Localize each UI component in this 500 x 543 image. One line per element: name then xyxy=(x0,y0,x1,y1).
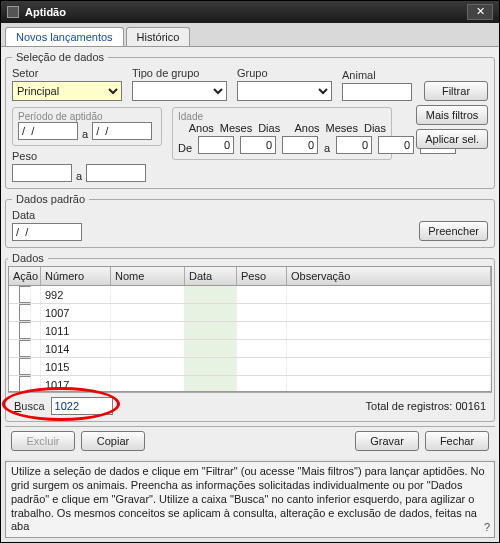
cell-data[interactable] xyxy=(185,340,237,357)
row-checkbox[interactable] xyxy=(19,340,31,357)
peso-de-input[interactable] xyxy=(12,164,72,182)
tab-novos-lancamentos[interactable]: Novos lançamentos xyxy=(5,27,124,46)
col-peso[interactable]: Peso xyxy=(237,267,287,285)
cell-obs[interactable] xyxy=(287,322,491,339)
busca-input[interactable] xyxy=(51,397,113,415)
fechar-button[interactable]: Fechar xyxy=(425,431,489,451)
cell-peso[interactable] xyxy=(237,376,287,392)
selecao-dados-group: Seleção de dados Setor Principal Tipo de… xyxy=(5,51,495,189)
cell-obs[interactable] xyxy=(287,340,491,357)
cell-nome xyxy=(111,286,185,303)
col-nome[interactable]: Nome xyxy=(111,267,185,285)
table-row[interactable]: 1011 xyxy=(9,322,491,340)
gravar-button[interactable]: Gravar xyxy=(355,431,419,451)
row-checkbox[interactable] xyxy=(19,358,31,375)
cell-numero: 992 xyxy=(41,286,111,303)
row-checkbox[interactable] xyxy=(19,304,31,321)
peso-label: Peso xyxy=(12,150,146,162)
data-padrao-input[interactable] xyxy=(12,223,82,241)
selecao-legend: Seleção de dados xyxy=(12,51,108,63)
idade-de-dias[interactable] xyxy=(282,136,318,154)
cell-numero: 1007 xyxy=(41,304,111,321)
table-row[interactable]: 992 xyxy=(9,286,491,304)
cell-peso[interactable] xyxy=(237,340,287,357)
row-checkbox[interactable] xyxy=(19,376,31,392)
cell-numero: 1014 xyxy=(41,340,111,357)
cell-obs[interactable] xyxy=(287,358,491,375)
cell-peso[interactable] xyxy=(237,304,287,321)
periodo-legend: Período de aptidão xyxy=(18,111,156,122)
idade-de-anos[interactable] xyxy=(198,136,234,154)
cell-data[interactable] xyxy=(185,286,237,303)
tipogrupo-label: Tipo de grupo xyxy=(132,67,227,79)
cell-nome xyxy=(111,376,185,392)
periodo-de-input[interactable] xyxy=(18,122,78,140)
grid-body[interactable]: 9921007101110141015101710191022102310241… xyxy=(8,286,492,392)
total-registros: Total de registros: 00161 xyxy=(366,400,486,412)
idade-a-label: a xyxy=(324,142,330,154)
help-icon[interactable]: ? xyxy=(484,521,490,535)
animal-input[interactable] xyxy=(342,83,412,101)
idade-meses2-label: Meses xyxy=(326,122,358,134)
data-label: Data xyxy=(12,209,82,221)
idade-a-meses[interactable] xyxy=(378,136,414,154)
grupo-select[interactable] xyxy=(237,81,332,101)
peso-ate-input[interactable] xyxy=(86,164,146,182)
row-checkbox[interactable] xyxy=(19,322,31,339)
cell-obs[interactable] xyxy=(287,286,491,303)
row-checkbox[interactable] xyxy=(19,286,31,303)
cell-peso[interactable] xyxy=(237,358,287,375)
window-title: Aptidão xyxy=(25,6,66,18)
cell-peso[interactable] xyxy=(237,286,287,303)
help-content: Utilize a seleção de dados e clique em "… xyxy=(11,465,485,532)
help-text: Utilize a seleção de dados e clique em "… xyxy=(5,461,495,538)
idade-de-label: De xyxy=(178,142,192,154)
cell-nome xyxy=(111,322,185,339)
animal-label: Animal xyxy=(342,69,412,81)
cell-peso[interactable] xyxy=(237,322,287,339)
copiar-button[interactable]: Copiar xyxy=(81,431,145,451)
grupo-label: Grupo xyxy=(237,67,332,79)
setor-select[interactable]: Principal xyxy=(12,81,122,101)
cell-data[interactable] xyxy=(185,358,237,375)
idade-de-meses[interactable] xyxy=(240,136,276,154)
dados-grid-group: Dados Ação Número Nome Data Peso Observa… xyxy=(5,252,495,422)
col-numero[interactable]: Número xyxy=(41,267,111,285)
titlebar: Aptidão ✕ xyxy=(1,1,499,23)
idade-meses-label: Meses xyxy=(220,122,252,134)
close-icon[interactable]: ✕ xyxy=(467,4,493,20)
cell-obs[interactable] xyxy=(287,304,491,321)
excluir-button[interactable]: Excluir xyxy=(11,431,75,451)
table-row[interactable]: 1017 xyxy=(9,376,491,392)
setor-label: Setor xyxy=(12,67,122,79)
maisfiltros-button[interactable]: Mais filtros xyxy=(416,105,488,125)
content-pane: Seleção de dados Setor Principal Tipo de… xyxy=(1,47,499,459)
cell-numero: 1015 xyxy=(41,358,111,375)
tab-bar: Novos lançamentos Histórico xyxy=(1,23,499,47)
cell-obs[interactable] xyxy=(287,376,491,392)
periodo-ate-input[interactable] xyxy=(92,122,152,140)
col-data[interactable]: Data xyxy=(185,267,237,285)
idade-a-anos[interactable] xyxy=(336,136,372,154)
filtrar-button[interactable]: Filtrar xyxy=(424,81,488,101)
aplicarsel-button[interactable]: Aplicar sel. xyxy=(416,129,488,149)
table-row[interactable]: 1015 xyxy=(9,358,491,376)
cell-numero: 1011 xyxy=(41,322,111,339)
app-icon xyxy=(7,6,19,18)
cell-data[interactable] xyxy=(185,304,237,321)
cell-data[interactable] xyxy=(185,376,237,392)
cell-nome xyxy=(111,340,185,357)
col-obs[interactable]: Observação xyxy=(287,267,491,285)
tipogrupo-select[interactable] xyxy=(132,81,227,101)
col-acao[interactable]: Ação xyxy=(9,267,41,285)
preencher-button[interactable]: Preencher xyxy=(419,221,488,241)
table-row[interactable]: 1007 xyxy=(9,304,491,322)
dados-padrao-group: Dados padrão Data Preencher xyxy=(5,193,495,248)
idade-anos2-label: Anos xyxy=(295,122,320,134)
cell-data[interactable] xyxy=(185,322,237,339)
tab-historico[interactable]: Histórico xyxy=(126,27,191,46)
peso-sep: a xyxy=(76,170,82,182)
busca-label: BBuscausca xyxy=(14,400,45,412)
table-row[interactable]: 1014 xyxy=(9,340,491,358)
grid-header: Ação Número Nome Data Peso Observação xyxy=(8,266,492,286)
